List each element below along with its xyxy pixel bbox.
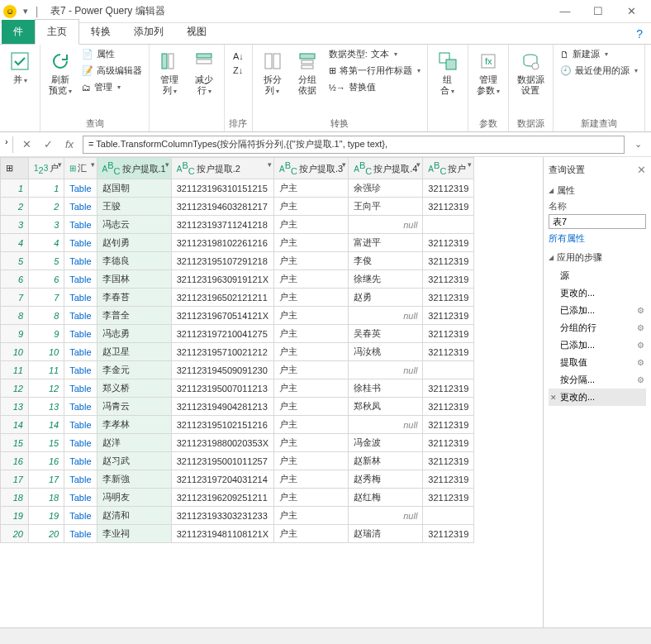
table-row[interactable]: 33Table冯志云321123193711241218户主null (1, 216, 474, 234)
cell[interactable]: 1 (29, 179, 64, 198)
table-row[interactable]: 1414Table李孝林321123195102151216户主null3211… (1, 416, 474, 434)
applied-step[interactable]: 更改的... (549, 389, 646, 406)
cell-table-link[interactable]: Table (64, 525, 97, 543)
column-filter[interactable]: ▾ (416, 160, 421, 169)
cell[interactable]: 32112319 (423, 270, 474, 289)
applied-step[interactable]: 分组的行⚙ (549, 319, 646, 336)
cell[interactable]: 郑秋凤 (349, 398, 423, 416)
cell[interactable]: 321123197204031214 (171, 470, 273, 489)
formula-cancel[interactable]: ✕ (18, 138, 35, 150)
close-load-button[interactable]: 并 (3, 46, 36, 88)
cell[interactable]: 李国林 (97, 270, 171, 289)
cell[interactable]: 32112319 (423, 434, 474, 452)
cell[interactable]: 赵清和 (97, 507, 171, 525)
rownum-header[interactable]: ⊞ (1, 158, 29, 179)
cell-null[interactable]: null (349, 361, 423, 379)
cell[interactable]: 富进平 (349, 234, 423, 252)
sort-desc-button[interactable]: Z↓ (230, 64, 247, 77)
cell[interactable]: 冯金波 (349, 434, 423, 452)
gear-icon[interactable]: ⚙ (637, 358, 644, 367)
cell[interactable]: 321123195710021212 (171, 343, 273, 361)
help-button[interactable]: ? (628, 24, 651, 44)
cell[interactable]: 321123195001011257 (171, 452, 273, 470)
cell[interactable] (423, 216, 474, 234)
query-name-input[interactable] (549, 214, 646, 229)
cell-null[interactable]: null (349, 216, 423, 234)
cell[interactable]: 余强珍 (349, 179, 423, 198)
replace-values-button[interactable]: ½→替换值 (326, 79, 424, 95)
cell-null[interactable]: null (349, 416, 423, 434)
cell[interactable]: 7 (29, 289, 64, 307)
table-row[interactable]: 44Table赵钊勇321123198102261216户主富进平3211231… (1, 234, 474, 252)
table-row[interactable]: 88Table李普全32112319670514121X户主null321123… (1, 307, 474, 325)
cell[interactable]: 户主 (274, 379, 349, 398)
cell[interactable]: 32112319630919121X (171, 270, 273, 289)
cell[interactable]: 徐桂书 (349, 379, 423, 398)
cell[interactable]: 户主 (274, 452, 349, 470)
cell[interactable]: 王向平 (349, 198, 423, 216)
cell[interactable]: 16 (29, 452, 64, 470)
cell[interactable]: 4 (29, 234, 64, 252)
sort-asc-button[interactable]: A↓ (230, 50, 247, 63)
cell[interactable]: 李孝林 (97, 416, 171, 434)
tab-addcolumn[interactable]: 添加列 (122, 20, 175, 44)
cell[interactable]: 李业祠 (97, 525, 171, 543)
cell[interactable]: 18 (29, 489, 64, 507)
manage-params-button[interactable]: fx 管理 参数 (472, 46, 505, 99)
cell[interactable] (423, 361, 474, 379)
column-header[interactable]: ABC按户提取.4▾ (349, 158, 423, 179)
cell[interactable]: 321123195102151216 (171, 416, 273, 434)
column-header[interactable]: ABC按户▾ (423, 158, 474, 179)
advanced-editor-button[interactable]: 📝高级编辑器 (78, 63, 145, 79)
table-row[interactable]: 1313Table冯青云321123194904281213户主郑秋凤32112… (1, 398, 474, 416)
cell-table-link[interactable]: Table (64, 325, 97, 343)
column-header[interactable]: ABC按户提取.2▾ (171, 158, 273, 179)
cell-table-link[interactable]: Table (64, 507, 97, 525)
column-filter[interactable]: ▾ (342, 160, 346, 169)
cell[interactable]: 9 (29, 325, 64, 343)
refresh-preview-button[interactable]: 刷新 预览 (44, 46, 77, 99)
cell-table-link[interactable]: Table (64, 179, 97, 198)
cell[interactable]: 徐继先 (349, 270, 423, 289)
cell[interactable]: 32112319 (423, 379, 474, 398)
cell[interactable]: 32112319 (423, 234, 474, 252)
applied-step[interactable]: 已添加...⚙ (549, 336, 646, 354)
cell[interactable]: 15 (29, 434, 64, 452)
cell[interactable]: 户主 (274, 525, 349, 543)
applied-step[interactable]: 已添加...⚙ (549, 302, 646, 319)
table-row[interactable]: 1212Table郑义桥321123195007011213户主徐桂书32112… (1, 379, 474, 398)
cell[interactable]: 户主 (274, 289, 349, 307)
cell[interactable]: 户主 (274, 416, 349, 434)
column-header[interactable]: ⊞汇▾ (64, 158, 97, 179)
table-row[interactable]: 11Table赵国朝321123196310151215户主余强珍3211231… (1, 179, 474, 198)
cell-null[interactable]: null (349, 507, 423, 525)
cell-table-link[interactable]: Table (64, 234, 97, 252)
cell[interactable]: 32112319 (423, 398, 474, 416)
cell-table-link[interactable]: Table (64, 270, 97, 289)
gear-icon[interactable]: ⚙ (637, 341, 644, 350)
cell[interactable]: 户主 (274, 507, 349, 525)
cell[interactable]: 赵钊勇 (97, 234, 171, 252)
cell[interactable]: 户主 (274, 434, 349, 452)
cell[interactable]: 32112319 (423, 252, 474, 270)
table-row[interactable]: 1616Table赵习武321123195001011257户主赵新林32112… (1, 452, 474, 470)
column-header[interactable]: ABC按户提取.1▾ (97, 158, 171, 179)
group-by-button[interactable]: 分组 依据 (291, 46, 324, 99)
cell[interactable]: 冯志勇 (97, 325, 171, 343)
cell[interactable]: 户主 (274, 270, 349, 289)
cell-table-link[interactable]: Table (64, 216, 97, 234)
cell[interactable]: 10 (29, 343, 64, 361)
cell[interactable]: 户主 (274, 234, 349, 252)
cell[interactable]: 户主 (274, 470, 349, 489)
tab-file[interactable]: 件 (2, 20, 35, 44)
new-source-button[interactable]: 🗋新建源 (557, 46, 641, 62)
first-row-header-button[interactable]: ⊞将第一行用作标题 (326, 63, 424, 79)
qat-dropdown[interactable]: ▾ (20, 4, 31, 18)
applied-step[interactable]: 源 (549, 267, 646, 284)
data-grid[interactable]: ⊞123户▾⊞汇▾ABC按户提取.1▾ABC按户提取.2▾ABC按户提取.3▾A… (0, 157, 544, 627)
cell[interactable]: 赵习武 (97, 452, 171, 470)
cell[interactable]: 户主 (274, 343, 349, 361)
cell[interactable]: 321123197210041275 (171, 325, 273, 343)
table-row[interactable]: 1515Table赵洋32112319880020353X户主冯金波321123… (1, 434, 474, 452)
manage-button[interactable]: 🗂管理 (78, 79, 145, 95)
